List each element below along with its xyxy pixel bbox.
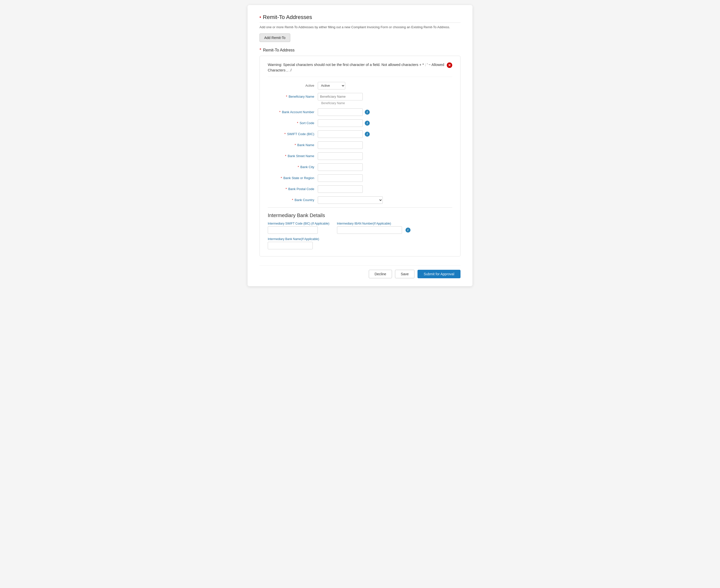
bank-account-number-label: * Bank Account Number xyxy=(268,110,318,114)
intermediary-swift-field: Intermediary SWIFT Code (BIC) (If Applic… xyxy=(268,222,329,234)
active-select[interactable]: Active Inactive xyxy=(318,82,345,89)
bank-name-label: * Bank Name xyxy=(268,143,318,147)
sort-code-row: * Sort Code i xyxy=(268,120,452,127)
form-card: Warning: Special characters should not b… xyxy=(260,56,460,256)
intermediary-iban-field: Intermediary IBAN Number(If Applicable) … xyxy=(337,222,411,234)
active-label: Active xyxy=(268,84,318,87)
intermediary-iban-input[interactable] xyxy=(337,226,402,234)
swift-code-input[interactable] xyxy=(318,130,363,138)
bank-city-input[interactable] xyxy=(318,163,363,171)
bank-name-input[interactable] xyxy=(318,141,363,149)
bank-postal-label: * Bank Postal Code xyxy=(268,187,318,191)
intermediary-bank-name-input[interactable] xyxy=(268,242,313,249)
bank-street-row: * Bank Street Name xyxy=(268,152,452,160)
swift-code-info-icon[interactable]: i xyxy=(365,132,370,136)
footer-actions: Decline Save Submit for Approval xyxy=(260,266,460,278)
warning-text: Warning: Special characters should not b… xyxy=(268,62,444,73)
swift-code-label: * SWIFT Code (BIC) xyxy=(268,132,318,136)
intermediary-bank-name-label: Intermediary Bank Name(If Applicable) xyxy=(268,237,452,241)
remit-address-title: Remit-To Address xyxy=(263,48,295,52)
bank-city-row: * Bank City xyxy=(268,163,452,171)
page-title: Remit-To Addresses xyxy=(263,14,312,20)
warning-banner: Warning: Special characters should not b… xyxy=(268,62,452,77)
bank-street-label: * Bank Street Name xyxy=(268,154,318,158)
intermediary-iban-label: Intermediary IBAN Number(If Applicable) xyxy=(337,222,411,225)
intermediary-fields: Intermediary SWIFT Code (BIC) (If Applic… xyxy=(268,222,452,249)
close-icon: ✕ xyxy=(447,62,452,68)
bank-name-row: * Bank Name xyxy=(268,141,452,149)
swift-code-row: * SWIFT Code (BIC) i xyxy=(268,130,452,138)
remit-address-label: * Remit-To Address xyxy=(260,47,460,53)
bank-country-row: * Bank Country xyxy=(268,196,452,204)
section-title: • Remit-To Addresses xyxy=(260,14,460,20)
intermediary-section: Intermediary Bank Details Intermediary S… xyxy=(268,207,452,249)
beneficiary-name-row: * Beneficiary Name xyxy=(268,93,452,100)
sort-code-label: * Sort Code xyxy=(268,121,318,125)
beneficiary-name-hint: Beneficiary Name xyxy=(321,101,452,105)
bank-account-number-input[interactable] xyxy=(318,108,363,116)
bank-state-input[interactable] xyxy=(318,174,363,182)
bank-postal-input[interactable] xyxy=(318,185,363,193)
bank-country-select[interactable] xyxy=(318,196,383,204)
intermediary-iban-input-row: i xyxy=(337,226,411,234)
section-description: Add one or more Remit-To Addresses by ei… xyxy=(260,25,460,29)
intermediary-title: Intermediary Bank Details xyxy=(268,213,452,218)
save-button[interactable]: Save xyxy=(395,270,415,278)
bank-state-row: * Bank State or Region xyxy=(268,174,452,182)
close-warning-button[interactable]: ✕ xyxy=(447,62,452,68)
bank-account-number-row: * Bank Account Number i xyxy=(268,108,452,116)
intermediary-bank-name-field: Intermediary Bank Name(If Applicable) xyxy=(268,237,452,249)
page-container: • Remit-To Addresses Add one or more Rem… xyxy=(247,5,473,286)
intermediary-swift-input[interactable] xyxy=(268,226,318,234)
beneficiary-name-input[interactable] xyxy=(318,93,363,100)
remit-required-star: * xyxy=(260,47,261,53)
active-row: Active Active Inactive xyxy=(268,82,452,89)
bank-street-input[interactable] xyxy=(318,152,363,160)
bank-country-label: * Bank Country xyxy=(268,198,318,202)
required-star: • xyxy=(260,15,261,20)
bank-postal-row: * Bank Postal Code xyxy=(268,185,452,193)
submit-for-approval-button[interactable]: Submit for Approval xyxy=(418,270,460,278)
beneficiary-name-label: * Beneficiary Name xyxy=(268,95,318,99)
intermediary-swift-iban-row: Intermediary SWIFT Code (BIC) (If Applic… xyxy=(268,222,452,234)
bank-city-label: * Bank City xyxy=(268,165,318,169)
bank-account-info-icon[interactable]: i xyxy=(365,110,370,114)
add-remit-button[interactable]: Add Remit-To xyxy=(260,34,290,42)
sort-code-info-icon[interactable]: i xyxy=(365,121,370,126)
intermediary-swift-label: Intermediary SWIFT Code (BIC) (If Applic… xyxy=(268,222,329,225)
sort-code-input[interactable] xyxy=(318,120,363,127)
decline-button[interactable]: Decline xyxy=(369,270,392,278)
section-divider xyxy=(260,22,460,23)
intermediary-iban-info-icon[interactable]: i xyxy=(405,228,411,233)
bank-state-label: * Bank State or Region xyxy=(268,176,318,180)
